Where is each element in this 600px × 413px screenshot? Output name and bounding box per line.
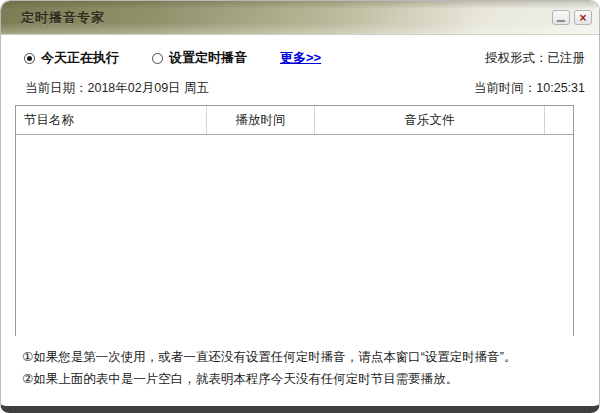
- schedule-table: 节目名称 播放时间 音乐文件: [15, 105, 574, 336]
- column-header-empty: [545, 106, 573, 134]
- radio-unselected-icon[interactable]: [152, 53, 163, 64]
- license-label: 授权形式：: [485, 51, 548, 65]
- column-header-music-file[interactable]: 音乐文件: [315, 106, 545, 134]
- titlebar[interactable]: 定时播音专家 ×: [1, 1, 599, 35]
- radio-setup-broadcast[interactable]: 设置定时播音: [152, 49, 247, 67]
- controls-row: 今天正在执行 设置定时播音 更多>> 授权形式：已注册: [24, 50, 585, 66]
- minimize-icon: [557, 20, 565, 22]
- current-date: 当前日期：2018年02月09日 周五: [25, 80, 209, 97]
- radio-selected-icon[interactable]: [24, 53, 35, 64]
- close-button[interactable]: ×: [574, 10, 592, 25]
- window-title: 定时播音专家: [21, 9, 105, 27]
- current-date-value: 2018年02月09日 周五: [88, 81, 210, 95]
- window-buttons: ×: [552, 10, 592, 25]
- footer-notes: ①如果您是第一次使用，或者一直还没有设置任何定时播音，请点本窗口“设置定时播音”…: [22, 346, 589, 390]
- date-time-row: 当前日期：2018年02月09日 周五 当前时间：10:25:31: [25, 81, 585, 96]
- current-time-value: 10:25:31: [536, 81, 585, 95]
- current-time-label: 当前时间：: [474, 81, 537, 95]
- table-body[interactable]: [16, 135, 573, 336]
- footer-note-1: ①如果您是第一次使用，或者一直还没有设置任何定时播音，请点本窗口“设置定时播音”…: [22, 346, 589, 368]
- column-header-program-name[interactable]: 节目名称: [16, 106, 207, 134]
- minimize-button[interactable]: [552, 10, 570, 25]
- app-window: 定时播音专家 × 今天正在执行 设置定时播音 更多>> 授权形式：已注册 当前日…: [0, 0, 600, 413]
- current-date-label: 当前日期：: [25, 81, 88, 95]
- more-link[interactable]: 更多>>: [280, 49, 321, 67]
- footer-note-2: ②如果上面的表中是一片空白，就表明本程序今天没有任何定时节目需要播放。: [22, 368, 589, 390]
- close-icon: ×: [579, 12, 586, 24]
- current-time: 当前时间：10:25:31: [474, 80, 585, 97]
- license-status: 授权形式：已注册: [485, 50, 585, 67]
- license-value: 已注册: [548, 51, 586, 65]
- radio-today-executing[interactable]: 今天正在执行: [24, 49, 119, 67]
- column-header-play-time[interactable]: 播放时间: [207, 106, 315, 134]
- radio-today-label: 今天正在执行: [41, 49, 119, 67]
- radio-setup-label: 设置定时播音: [169, 49, 247, 67]
- table-header: 节目名称 播放时间 音乐文件: [16, 106, 573, 135]
